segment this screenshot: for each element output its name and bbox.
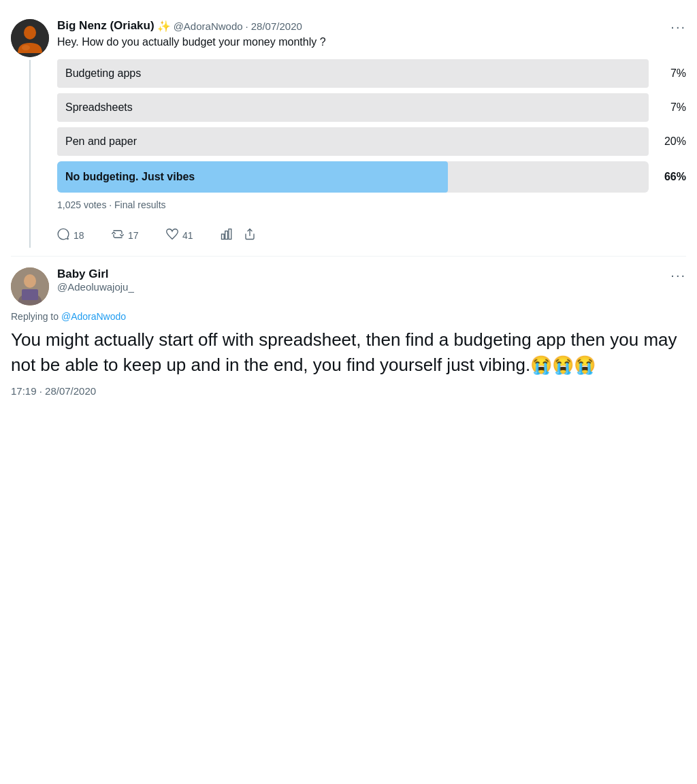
poll-option-2[interactable]: Spreadsheets 7% bbox=[57, 93, 686, 122]
svg-point-1 bbox=[24, 26, 36, 39]
reply-tweet: Baby Girl @Adeoluwajoju_ ··· Replying to… bbox=[11, 257, 686, 408]
tweet1-question: Hey. How do you actually budget your mon… bbox=[57, 35, 686, 50]
tweet1-sparkle: ✨ bbox=[157, 20, 171, 33]
poll-pct-3: 20% bbox=[649, 135, 686, 148]
poll-label-3: Pen and paper bbox=[57, 135, 145, 148]
tweet1-dot-sep: · bbox=[246, 20, 248, 32]
tweet1-comment-count: 18 bbox=[74, 230, 84, 241]
poll-option-1[interactable]: Budgeting apps 7% bbox=[57, 59, 686, 88]
svg-point-8 bbox=[24, 274, 36, 288]
tweet2-more-options[interactable]: ··· bbox=[670, 267, 686, 283]
tweet1-analytics-action[interactable] bbox=[221, 223, 244, 248]
poll-label-2: Spreadsheets bbox=[57, 101, 141, 114]
tweet1-handle[interactable]: @AdoraNwodo bbox=[174, 20, 243, 32]
poll-label-1: Budgeting apps bbox=[57, 67, 149, 80]
tweet1-comment-action[interactable]: 18 bbox=[57, 223, 112, 248]
poll-votes-info: 1,025 votes · Final results bbox=[57, 199, 686, 210]
svg-rect-3 bbox=[222, 234, 225, 240]
tweet1-date: 28/07/2020 bbox=[251, 20, 302, 32]
svg-point-2 bbox=[22, 45, 30, 50]
tweet2-handle[interactable]: @Adeoluwajoju_ bbox=[57, 281, 134, 293]
tweet1-more-options[interactable]: ··· bbox=[670, 19, 686, 35]
comment-icon bbox=[57, 228, 69, 242]
poll-pct-2: 7% bbox=[649, 101, 686, 114]
retweet-icon bbox=[112, 228, 124, 242]
avatar-tweet2[interactable] bbox=[11, 267, 49, 306]
tweet1-like-count: 41 bbox=[182, 230, 193, 241]
svg-rect-5 bbox=[229, 229, 231, 240]
tweet1-retweet-count: 17 bbox=[128, 230, 139, 241]
replying-to-label: Replying to @AdoraNwodo bbox=[11, 311, 686, 322]
poll-pct-1: 7% bbox=[649, 67, 686, 80]
tweet2-emoji: 😭😭😭 bbox=[530, 355, 596, 375]
svg-rect-9 bbox=[22, 289, 38, 300]
analytics-icon bbox=[221, 228, 233, 242]
thread-line bbox=[29, 60, 31, 248]
poll-pct-4: 66% bbox=[649, 171, 686, 183]
svg-rect-4 bbox=[225, 231, 228, 240]
reply-text-content: You might actually start off with spread… bbox=[11, 327, 686, 377]
tweet2-author-name[interactable]: Baby Girl bbox=[57, 267, 109, 281]
poll-label-4: No budgeting. Just vibes bbox=[57, 171, 203, 183]
replying-to-handle[interactable]: @AdoraNwodo bbox=[61, 311, 126, 322]
poll-option-4[interactable]: No budgeting. Just vibes 66% bbox=[57, 161, 686, 193]
share-icon bbox=[244, 228, 256, 242]
heart-icon bbox=[166, 228, 178, 242]
tweet1-share-action[interactable] bbox=[244, 223, 267, 248]
tweet1-retweet-action[interactable]: 17 bbox=[112, 223, 166, 248]
tweet1-like-action[interactable]: 41 bbox=[166, 223, 221, 248]
poll-option-3[interactable]: Pen and paper 20% bbox=[57, 127, 686, 156]
tweet1-author-info: Big Nenz (Oriaku) ✨ @AdoraNwodo · 28/07/… bbox=[57, 19, 302, 33]
tweet1-actions: 18 17 41 bbox=[57, 220, 686, 248]
poll-container: Budgeting apps 7% Spreadsheets 7% bbox=[57, 59, 686, 193]
avatar-tweet1[interactable] bbox=[11, 19, 49, 57]
tweet2-author-info: Baby Girl @Adeoluwajoju_ bbox=[57, 267, 134, 293]
tweet2-timestamp: 17:19 · 28/07/2020 bbox=[11, 385, 686, 408]
tweet1-author-name[interactable]: Big Nenz (Oriaku) bbox=[57, 19, 155, 33]
